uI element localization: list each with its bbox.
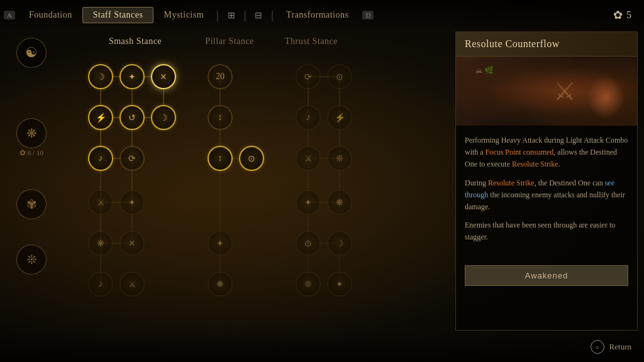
desc2-pre: During: [465, 178, 488, 187]
thrust-node-6-1[interactable]: ❊: [296, 272, 321, 297]
panel-title-bar: Resolute Counterflow: [456, 32, 637, 57]
skill-tree-container: Smash Stance Pillar Stance Thrust Stance: [50, 30, 450, 332]
panel-desc-1: Performing Heavy Attack during Light Att…: [465, 134, 628, 171]
nav-icon-1[interactable]: ⊞: [221, 10, 242, 21]
pillar-node-2[interactable]: ↕: [208, 105, 233, 130]
smash-node-4-2[interactable]: ✦: [119, 190, 145, 215]
thrust-node-1-1[interactable]: ⟳: [296, 64, 321, 89]
thrust-node-5-2[interactable]: ☽: [327, 231, 352, 256]
yin-yang-symbol: ☯: [16, 38, 47, 68]
thrust-node-6-2[interactable]: ✦: [327, 272, 352, 297]
thrust-node-4-1[interactable]: ✦: [296, 190, 321, 215]
nav-icon-2[interactable]: ⊟: [248, 10, 269, 21]
panel-image: ⛰ 🌿: [456, 57, 637, 126]
smash-node-2-2[interactable]: ↺: [119, 105, 145, 130]
thrust-node-4-2[interactable]: ❋: [327, 190, 352, 215]
desc2-link: Resolute Strike: [488, 178, 535, 187]
flower-symbol-1: ❋: [16, 118, 47, 148]
spirit-count: ✿ 5: [613, 8, 631, 22]
smash-node-6-1[interactable]: ♪: [88, 272, 113, 297]
flower-symbol-3: ❊: [16, 244, 47, 275]
nav-mysticism[interactable]: Mysticism: [153, 10, 214, 20]
panel-body: Performing Heavy Attack during Light Att…: [456, 126, 637, 259]
smash-node-3-2[interactable]: ⟳: [119, 146, 145, 171]
key-a: A: [4, 11, 15, 19]
thrust-node-1-2[interactable]: ⊙: [327, 64, 352, 89]
smash-node-2-1[interactable]: ⚡: [88, 105, 113, 130]
smash-node-3-1[interactable]: ♪: [88, 146, 113, 171]
smash-node-1-3[interactable]: ✕: [151, 64, 176, 89]
panel-desc-2: During Resolute Strike, the Destined One…: [465, 177, 628, 214]
panel-desc-3: Enemies that have been seen through are …: [465, 219, 628, 243]
nav-sep-1: |: [216, 9, 219, 22]
bottom-bar: ○ Return: [0, 332, 644, 362]
return-key-icon: ○: [591, 340, 604, 354]
pillar-node-6[interactable]: ❋: [208, 272, 233, 297]
thrust-node-3-2[interactable]: ❊: [327, 146, 352, 171]
progress-text: 6 / 10: [28, 149, 43, 156]
nav-staff-stances[interactable]: Staff Stances: [82, 7, 154, 23]
thrust-node-2-2[interactable]: ⚡: [327, 105, 352, 130]
thrust-stance-header: Thrust Stance: [285, 36, 338, 46]
desc1-end: .: [558, 160, 560, 168]
smash-node-5-2[interactable]: ✕: [119, 231, 145, 256]
smash-node-6-2[interactable]: ⚔: [119, 272, 145, 297]
awakened-button[interactable]: Awakened: [465, 265, 628, 286]
image-bg-text: ⛰ 🌿: [475, 66, 494, 75]
nav-foundation[interactable]: Foundation: [19, 10, 82, 20]
top-nav: A Foundation Staff Stances Mysticism | ⊞…: [0, 0, 644, 30]
left-sidebar: ☯ ❋ ✿ 6 / 10 ✾ ❊: [13, 38, 50, 324]
thrust-node-2-1[interactable]: ♪: [296, 105, 321, 130]
desc2-post: , the Destined One can: [535, 178, 605, 187]
desc1-link: Focus Point consumed: [486, 148, 554, 156]
pillar-node-5[interactable]: ✦: [208, 231, 233, 256]
nav-right: ✿ 5: [613, 8, 644, 22]
desc2-end: the incoming enemy attacks and nullify t…: [465, 190, 625, 211]
smash-stance-header: Smash Stance: [109, 36, 162, 46]
panel-title: Resolute Counterflow: [465, 38, 628, 50]
smash-node-1-2[interactable]: ✦: [119, 64, 145, 89]
thrust-node-3-1[interactable]: ⚔: [296, 146, 321, 171]
nav-sep-2: |: [244, 9, 247, 22]
key-d: D: [362, 11, 374, 19]
pillar-number: 20: [216, 72, 225, 82]
spirit-sidebar-icon: ✿: [19, 148, 26, 157]
thrust-node-5-1[interactable]: ⊙: [296, 231, 321, 256]
pillar-stance-header: Pillar Stance: [205, 36, 254, 46]
pillar-node-3[interactable]: ↕: [208, 146, 233, 171]
pillar-node-1[interactable]: 20: [208, 64, 233, 89]
nav-sep-3: |: [271, 9, 274, 22]
spirit-number: 5: [626, 9, 631, 21]
smash-node-2-3[interactable]: ☽: [151, 105, 176, 130]
return-label: Return: [609, 342, 631, 352]
smash-node-4-1[interactable]: ⚔: [88, 190, 113, 215]
pillar-node-3b[interactable]: ⊙: [239, 146, 264, 171]
smash-node-5-1[interactable]: ❋: [88, 231, 113, 256]
progress-label: ✿ 6 / 10: [16, 148, 47, 158]
nodes-area: ☽ ✦ ✕ ⚡ ↺ ☽ ♪ ⟳ ⚔ ✦ ❋ ✕ ♪ ⚔ 20 ↕ ↕ ⊙ ✦ ❋: [50, 52, 450, 322]
spirit-icon: ✿: [613, 8, 623, 22]
desc1-link2: Resolute Strike: [512, 160, 558, 168]
return-button[interactable]: ○ Return: [591, 340, 631, 354]
image-glow: [587, 75, 625, 119]
col-headers: Smash Stance Pillar Stance Thrust Stance: [50, 35, 450, 47]
nav-transformations[interactable]: Transformations: [276, 10, 359, 20]
right-panel: Resolute Counterflow ⛰ 🌿 Performing Heav…: [455, 31, 638, 331]
flower-symbol-2: ✾: [16, 189, 47, 219]
controller-icon: ○: [596, 344, 599, 351]
smash-node-1-1[interactable]: ☽: [88, 64, 113, 89]
